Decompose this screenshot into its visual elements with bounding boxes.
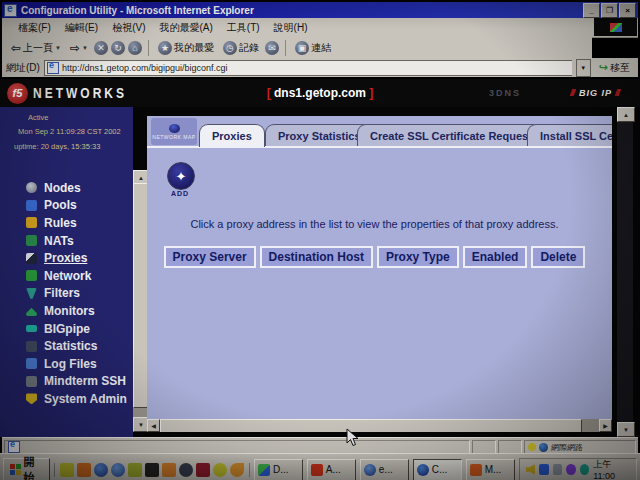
sidebar-item-network[interactable]: Network <box>26 267 127 285</box>
quicklaunch-icon[interactable] <box>196 463 210 477</box>
quicklaunch-icon[interactable] <box>77 463 91 477</box>
column-header-proxy-type[interactable]: Proxy Type <box>377 246 459 268</box>
sidebar-item-filters[interactable]: Filters <box>26 285 127 303</box>
taskbar-window-button[interactable]: M... <box>466 459 515 480</box>
scroll-down-icon[interactable]: ▼ <box>617 422 635 437</box>
sidebar-item-monitors[interactable]: Monitors <box>26 302 127 320</box>
network-map-icon <box>169 124 180 133</box>
filters-icon <box>26 288 37 299</box>
quicklaunch-icon[interactable] <box>128 463 142 477</box>
horizontal-scrollbar-thumb[interactable] <box>160 419 582 432</box>
maximize-button[interactable]: ❐ <box>601 3 618 18</box>
browser-toolbar: ⇦ 上一頁 ▼ ⇨ ▼ ✕ ↻ ⌂ ★ 我的最愛 ◷ 記錄 ✉ ▣ 連結 <box>2 37 592 58</box>
quicklaunch-icon[interactable] <box>60 463 74 477</box>
network-map-button[interactable]: NETWORK MAP <box>151 118 197 145</box>
back-dropdown-icon[interactable]: ▼ <box>55 45 61 51</box>
sidebar-item-system-admin[interactable]: System Admin <box>26 390 127 408</box>
menu-view[interactable]: 檢視(V) <box>106 19 151 37</box>
links-icon: ▣ <box>295 41 309 55</box>
add-button[interactable]: ✦ <box>167 162 195 190</box>
sidebar-item-nodes[interactable]: Nodes <box>26 179 127 197</box>
favorites-button[interactable]: ★ 我的最愛 <box>155 40 217 56</box>
mindterm-ssh-icon <box>26 376 37 387</box>
taskbar-window-button[interactable]: D... <box>254 459 303 480</box>
status-state: Active <box>28 113 48 122</box>
sidebar-item-mindterm-ssh[interactable]: Mindterm SSH <box>26 373 127 391</box>
status-panel <box>472 440 496 454</box>
system-admin-icon <box>26 393 37 404</box>
taskbar-clock[interactable]: 上午 11:00 <box>593 458 630 480</box>
sidebar-item-proxies[interactable]: Proxies <box>26 249 127 267</box>
zone-alert-icon <box>528 443 536 451</box>
forward-button[interactable]: ⇨ ▼ <box>67 40 91 56</box>
instruction-text: Click a proxy address in the list to vie… <box>147 218 602 230</box>
quicklaunch-icon[interactable] <box>230 463 244 477</box>
status-message-panel <box>4 440 470 454</box>
column-header-proxy-server[interactable]: Proxy Server <box>164 246 256 268</box>
refresh-button[interactable]: ↻ <box>111 41 125 55</box>
stop-button[interactable]: ✕ <box>94 41 108 55</box>
close-button[interactable]: × <box>619 3 636 18</box>
quicklaunch-icon[interactable] <box>213 463 227 477</box>
monitors-icon <box>26 305 37 316</box>
sidebar-item-pools[interactable]: Pools <box>26 197 127 215</box>
taskbar-window-button[interactable]: e... <box>360 459 409 480</box>
scroll-left-icon[interactable]: ◀ <box>147 419 160 432</box>
menu-edit[interactable]: 編輯(E) <box>59 19 104 37</box>
back-button[interactable]: ⇦ 上一頁 ▼ <box>8 40 64 56</box>
history-button[interactable]: ◷ 記錄 <box>220 40 262 56</box>
nats-icon <box>26 235 37 246</box>
window-titlebar[interactable]: Configuration Utility - Microsoft Intern… <box>2 2 638 18</box>
start-button[interactable]: 開始 <box>3 458 50 480</box>
scroll-right-icon[interactable]: ▶ <box>599 419 612 432</box>
forward-dropdown-icon[interactable]: ▼ <box>82 45 88 51</box>
logfiles-icon <box>26 358 37 369</box>
column-header-delete[interactable]: Delete <box>531 246 585 268</box>
taskbar-window-button-active[interactable]: C... <box>413 459 462 480</box>
tab-install-ssl-certificate[interactable]: Install SSL Certif <box>527 124 612 147</box>
address-dropdown-icon[interactable]: ▼ <box>576 59 591 77</box>
quicklaunch-icon[interactable] <box>94 463 108 477</box>
menu-file[interactable]: 檔案(F) <box>12 19 57 37</box>
quicklaunch-icon[interactable] <box>162 463 176 477</box>
column-header-destination-host[interactable]: Destination Host <box>260 246 373 268</box>
tray-message-icon[interactable] <box>539 464 549 475</box>
tab-proxies[interactable]: Proxies <box>199 124 265 147</box>
tray-app-icon[interactable] <box>566 464 576 475</box>
sidebar-item-rules[interactable]: Rules <box>26 214 127 232</box>
sidebar-item-nats[interactable]: NATs <box>26 232 127 250</box>
quicklaunch-icon[interactable] <box>145 463 159 477</box>
window-vertical-scrollbar[interactable]: ▲ ▼ <box>617 107 633 437</box>
zone-label: 網際網路 <box>551 442 583 453</box>
bigpipe-icon <box>26 325 37 332</box>
task-app-icon <box>311 464 323 476</box>
column-header-enabled[interactable]: Enabled <box>463 246 528 268</box>
taskbar-window-button[interactable]: A... <box>307 459 356 480</box>
mouse-cursor <box>346 428 359 451</box>
status-page-icon <box>8 441 20 453</box>
sidebar-item-statistics[interactable]: Statistics <box>26 337 127 355</box>
home-button[interactable]: ⌂ <box>128 41 142 55</box>
quicklaunch-icon[interactable] <box>179 463 193 477</box>
proxy-table-header-row: Proxy Server Destination Host Proxy Type… <box>147 246 602 268</box>
tray-app-icon[interactable] <box>580 464 590 475</box>
menu-help[interactable]: 說明(H) <box>268 19 314 37</box>
sidebar: Active Mon Sep 2 11:09:28 CST 2002 uptim… <box>0 107 133 437</box>
f5-logo: f5 <box>7 83 28 104</box>
menu-favorites[interactable]: 我的最愛(A) <box>153 19 218 37</box>
links-button[interactable]: ▣ 連結 <box>292 40 334 56</box>
sidebar-item-bigpipe[interactable]: BIGpipe <box>26 320 127 338</box>
content-horizontal-scrollbar[interactable]: ◀ ▶ <box>147 419 612 432</box>
address-input[interactable]: http://dns1.getop.com/bigipgui/bigconf.c… <box>44 60 572 76</box>
scroll-up-icon[interactable]: ▲ <box>617 107 635 122</box>
tab-create-ssl-certificate-request[interactable]: Create SSL Certificate Request <box>357 124 545 147</box>
sidebar-scrollbar[interactable]: ▲ ▼ <box>133 170 147 432</box>
mail-button[interactable]: ✉ <box>265 41 279 55</box>
quicklaunch-icon[interactable] <box>111 463 125 477</box>
volume-icon[interactable] <box>526 464 536 475</box>
display-settings-icon[interactable] <box>553 464 563 475</box>
go-button[interactable]: ↪ 移至 <box>595 61 634 75</box>
menu-tools[interactable]: 工具(T) <box>221 19 266 37</box>
sidebar-item-log-files[interactable]: Log Files <box>26 355 127 373</box>
minimize-button[interactable]: _ <box>583 3 600 18</box>
